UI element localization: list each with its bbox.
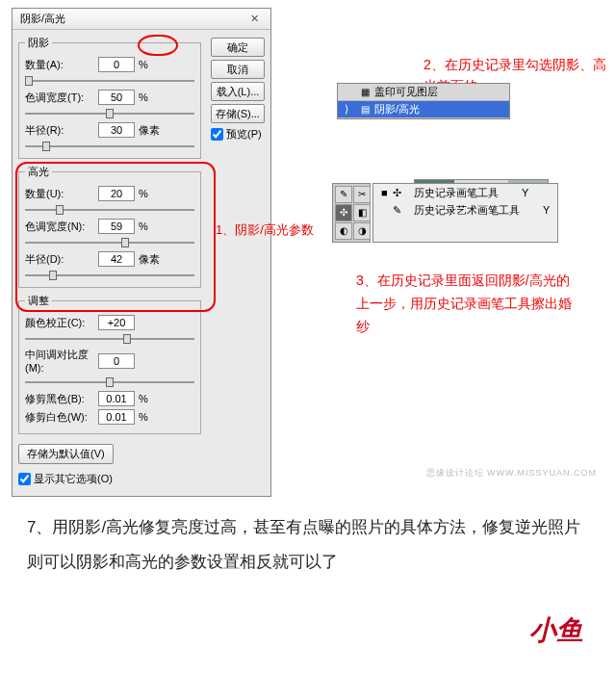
close-icon[interactable]: ✕: [246, 13, 263, 25]
history-row-selected[interactable]: ⟩ ▤ 阴影/高光: [338, 101, 509, 118]
adjust-group: 调整 颜色校正(C): 中间调对比度(M): 修剪黑色(B):% 修剪白色(W)…: [18, 294, 201, 434]
highlight-amount-slider[interactable]: [25, 204, 194, 216]
shadow-tone-input[interactable]: [98, 90, 135, 105]
tool-icon[interactable]: ◐: [335, 222, 352, 240]
color-correct-label: 颜色校正(C):: [25, 316, 98, 330]
shadow-group: 阴影 数量(A):% 色调宽度(T):% 半径(R):像素: [18, 36, 201, 159]
shadow-amount-label: 数量(A):: [25, 58, 98, 72]
clip-white-input[interactable]: [98, 409, 135, 425]
dialog-title: 阴影/高光: [20, 12, 65, 26]
history-brush-source-icon[interactable]: ⟩: [338, 103, 355, 116]
annotation-1: 1、阴影/高光参数: [216, 221, 314, 239]
history-step-label: 盖印可见图层: [374, 85, 438, 99]
tool-menu-item[interactable]: ✎历史记录艺术画笔工具Y: [373, 201, 557, 219]
history-row[interactable]: ▦ 盖印可见图层: [338, 84, 509, 101]
shadow-amount-input[interactable]: [98, 57, 135, 72]
shadow-radius-input[interactable]: [98, 122, 135, 138]
stamp-icon: ▦: [357, 85, 372, 100]
tutorial-text: 7、用阴影/高光修复亮度过高，甚至有点曝的照片的具体方法，修复逆光照片则可以阴影…: [27, 510, 585, 579]
show-more-checkbox[interactable]: [18, 473, 31, 485]
shadow-tone-label: 色调宽度(T):: [25, 91, 98, 105]
ok-button[interactable]: 确定: [211, 38, 265, 57]
history-step-label: 阴影/高光: [374, 102, 420, 117]
tool-menu: ■✣历史记录画笔工具Y ✎历史记录艺术画笔工具Y: [372, 183, 558, 243]
clip-white-label: 修剪白色(W):: [25, 410, 98, 425]
shadow-radius-slider[interactable]: [25, 141, 194, 152]
tool-flyout: ✎ ✂ ✣ ◧ ◐ ◑ ■✣历史记录画笔工具Y ✎历史记录艺术画笔工具Y: [332, 183, 558, 243]
highlight-tone-label: 色调宽度(N):: [25, 220, 98, 234]
shadow-amount-slider[interactable]: [25, 75, 194, 87]
tool-menu-item[interactable]: ■✣历史记录画笔工具Y: [373, 184, 557, 201]
highlight-group: 高光 数量(U):% 色调宽度(N):% 半径(D):像素: [18, 165, 201, 288]
annotation-3: 3、在历史记录里面返回阴影/高光的上一步，用历史记录画笔工具擦出婚纱: [356, 270, 578, 338]
color-correct-input[interactable]: [98, 315, 135, 330]
cancel-button[interactable]: 取消: [211, 60, 265, 79]
preview-label: 预览(P): [226, 127, 262, 142]
shortcut-key: Y: [543, 204, 550, 216]
history-brush-icon: ✣: [393, 187, 410, 199]
tool-icon[interactable]: ◑: [353, 222, 371, 240]
load-button[interactable]: 载入(L)...: [211, 82, 265, 101]
highlight-legend: 高光: [25, 165, 52, 179]
highlight-amount-label: 数量(U):: [25, 187, 98, 201]
shadow-legend: 阴影: [25, 36, 52, 50]
highlight-tone-input[interactable]: [98, 219, 135, 234]
midtone-input[interactable]: [98, 353, 135, 369]
midtone-label: 中间调对比度(M):: [25, 348, 98, 374]
tool-icon[interactable]: ✎: [335, 186, 352, 203]
toolbox: ✎ ✂ ✣ ◧ ◐ ◑: [332, 183, 371, 243]
shadow-radius-label: 半径(R):: [25, 123, 98, 138]
adjust-legend: 调整: [25, 294, 52, 308]
highlight-tone-slider[interactable]: [25, 237, 194, 248]
titlebar[interactable]: 阴影/高光 ✕: [13, 9, 270, 30]
shadow-highlight-dialog: 阴影/高光 ✕ 阴影 数量(A):% 色调宽度(T):% 半径(R):像素 高光…: [12, 8, 271, 497]
color-correct-slider[interactable]: [25, 333, 194, 345]
tool-label: 历史记录艺术画笔工具: [414, 203, 520, 218]
save-button[interactable]: 存储(S)...: [211, 104, 265, 123]
show-more-label: 显示其它选项(O): [34, 472, 113, 486]
shortcut-key: Y: [522, 187, 528, 198]
clip-black-input[interactable]: [98, 391, 135, 406]
highlight-radius-input[interactable]: [98, 251, 135, 267]
highlight-radius-label: 半径(D):: [25, 252, 98, 267]
shadow-tone-slider[interactable]: [25, 108, 194, 119]
clip-black-label: 修剪黑色(B):: [25, 392, 98, 406]
tool-label: 历史记录画笔工具: [414, 186, 499, 200]
unit-percent: %: [139, 59, 148, 70]
logo: 小鱼: [529, 612, 583, 649]
tool-icon[interactable]: ✂: [353, 186, 371, 203]
adjust-icon: ▤: [357, 102, 372, 117]
save-default-button[interactable]: 存储为默认值(V): [18, 444, 114, 464]
watermark: 思缘设计论坛 WWW.MISSYUAN.COM: [426, 467, 598, 480]
history-brush-tool-icon[interactable]: ✣: [335, 204, 352, 221]
preview-checkbox[interactable]: [211, 128, 223, 141]
midtone-slider[interactable]: [25, 376, 194, 388]
highlight-radius-slider[interactable]: [25, 270, 194, 281]
history-panel: ▦ 盖印可见图层 ⟩ ▤ 阴影/高光: [337, 83, 510, 119]
highlight-amount-input[interactable]: [98, 186, 135, 201]
art-history-brush-icon: ✎: [393, 204, 410, 217]
tool-icon[interactable]: ◧: [353, 204, 371, 221]
